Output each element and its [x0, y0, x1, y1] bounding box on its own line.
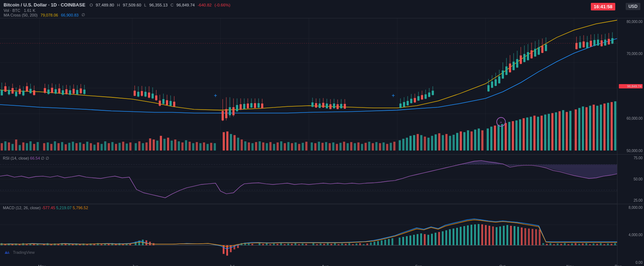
svg-rect-434	[248, 243, 250, 245]
header-row3: MA Cross (50, 200) 79,078.06 66,900.83 ∅	[4, 13, 640, 17]
rsi-chart[interactable]: RSI (14, close) 66.54 ∅ ∅	[0, 155, 644, 204]
svg-rect-493	[471, 225, 472, 245]
svg-rect-128	[431, 136, 433, 151]
svg-rect-48	[135, 143, 137, 150]
svg-rect-100	[329, 143, 331, 150]
svg-rect-497	[485, 225, 487, 245]
svg-rect-204	[51, 88, 53, 93]
svg-rect-41	[108, 143, 110, 150]
svg-rect-308	[428, 92, 430, 97]
svg-rect-252	[229, 107, 231, 115]
svg-rect-346	[575, 43, 578, 49]
svg-rect-328	[516, 59, 518, 67]
svg-rect-437	[262, 244, 264, 245]
svg-rect-202	[47, 90, 50, 94]
svg-rect-85	[273, 144, 275, 150]
svg-rect-35	[86, 142, 88, 151]
macd-label: MACD (12, 26, close)	[3, 206, 41, 210]
svg-rect-165	[566, 112, 568, 150]
time-badge: 16:41:58	[591, 3, 615, 10]
timeframe: 1D	[51, 2, 57, 8]
svg-rect-510	[532, 229, 533, 245]
svg-rect-522	[575, 243, 576, 245]
svg-rect-126	[424, 137, 426, 151]
svg-rect-222	[83, 90, 85, 94]
svg-rect-176	[607, 103, 609, 151]
time-nov: Nov	[566, 264, 574, 266]
svg-rect-296	[407, 101, 409, 105]
svg-rect-166	[569, 111, 571, 150]
svg-rect-268	[258, 103, 260, 107]
svg-rect-470	[384, 239, 386, 245]
svg-rect-172	[593, 105, 595, 151]
svg-rect-362	[604, 40, 606, 45]
svg-rect-530	[603, 244, 605, 245]
svg-rect-30	[68, 143, 70, 150]
svg-rect-439	[269, 244, 271, 245]
svg-rect-234	[152, 93, 154, 98]
svg-rect-524	[582, 243, 584, 245]
svg-rect-475	[406, 236, 408, 245]
header-row1: Bitcoin / U.S. Dollar · 1D · COINBASE O …	[4, 2, 640, 8]
macd-chart[interactable]: MACD (12, 26, close) -577.45 5,219.07 5,…	[0, 204, 644, 266]
svg-rect-82	[262, 142, 264, 150]
svg-rect-460	[348, 243, 350, 245]
svg-rect-44	[119, 143, 121, 150]
macd-value: -577.45	[42, 206, 55, 210]
rsi-label: RSI (14, close)	[3, 156, 29, 160]
svg-rect-143	[487, 128, 489, 150]
svg-rect-25	[50, 144, 52, 150]
svg-rect-517	[557, 243, 559, 245]
svg-rect-32	[75, 143, 78, 150]
svg-rect-163	[559, 111, 561, 150]
svg-rect-484	[438, 232, 440, 245]
svg-rect-466	[370, 242, 372, 245]
svg-rect-482	[431, 234, 433, 245]
svg-rect-441	[277, 244, 278, 245]
svg-rect-115	[383, 142, 385, 150]
svg-rect-127	[427, 138, 430, 151]
svg-rect-469	[381, 240, 383, 245]
price-chart[interactable]: + + + 80,000.00 70,000.00 96,849.74 60,0…	[0, 18, 644, 155]
rsi-axis: 75.00 50.00 25.00	[617, 155, 644, 204]
svg-rect-108	[357, 142, 360, 150]
svg-rect-312	[487, 85, 490, 91]
svg-rect-356	[593, 40, 596, 46]
svg-rect-246	[173, 102, 175, 106]
svg-rect-492	[467, 225, 469, 245]
svg-rect-260	[243, 104, 245, 109]
svg-rect-525	[585, 243, 587, 245]
svg-rect-87	[280, 141, 282, 151]
chart-container: USD 16:41:58 Bitcoin / U.S. Dollar · 1D …	[0, 0, 644, 266]
svg-rect-528	[596, 244, 598, 245]
svg-rect-53	[153, 139, 155, 151]
svg-rect-338	[534, 49, 536, 56]
svg-rect-47	[129, 142, 131, 150]
svg-rect-258	[240, 104, 242, 110]
svg-rect-49	[138, 141, 140, 151]
svg-rect-442	[280, 243, 282, 245]
ohlc-info: O 97,489.80 H 97,509.60 L 96,355.13 C 96…	[90, 3, 231, 7]
svg-rect-154	[526, 118, 528, 151]
svg-rect-150	[512, 121, 514, 151]
svg-rect-168	[578, 108, 580, 150]
svg-rect-298	[410, 99, 412, 103]
svg-rect-526	[589, 244, 591, 245]
svg-rect-141	[478, 128, 480, 150]
svg-rect-366	[611, 38, 613, 43]
svg-rect-330	[520, 55, 522, 64]
svg-rect-324	[509, 64, 511, 73]
svg-rect-508	[524, 228, 526, 245]
svg-rect-92	[298, 144, 300, 150]
svg-rect-84	[269, 142, 272, 150]
svg-rect-164	[562, 110, 564, 150]
svg-rect-498	[488, 226, 490, 245]
svg-rect-248	[222, 111, 224, 120]
svg-rect-125	[420, 135, 422, 151]
svg-text:+: +	[500, 120, 502, 124]
svg-rect-435	[251, 244, 253, 245]
svg-rect-476	[409, 235, 411, 245]
svg-rect-230	[144, 92, 147, 96]
ma50-value: 79,078.06	[41, 13, 58, 17]
change-pct: (-0.66%)	[214, 3, 230, 7]
